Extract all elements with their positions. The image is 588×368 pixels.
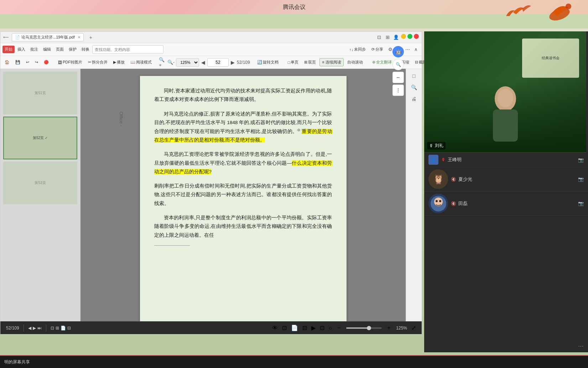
participant-row-tianlei[interactable]: 🔇 田磊 📷 ⋯: [424, 191, 588, 216]
full-translate-button[interactable]: ⊕ 全文翻译: [370, 58, 394, 66]
frame-icon[interactable]: ⊡: [51, 326, 54, 331]
nav-icons: ◀ ▶ ⏭: [28, 326, 42, 331]
maximize-button[interactable]: [407, 34, 412, 39]
participant-row-xiashaoguan[interactable]: 🦉 🔇 夏少光 📷: [424, 167, 588, 191]
page-thumbnail-next[interactable]: 第53页: [3, 162, 77, 204]
grid-icon[interactable]: ⊞: [384, 34, 391, 41]
sync-button[interactable]: ↑↓ 未同步: [347, 46, 368, 53]
share-bar: 明的屏幕共享: [0, 355, 588, 368]
mic-icon3: 🔇: [451, 201, 456, 206]
playback-button[interactable]: ▶ 播放: [111, 58, 127, 66]
more-icon[interactable]: ⋯: [404, 46, 411, 53]
minimize-button[interactable]: [401, 34, 406, 39]
translate-icon: ⊕: [372, 60, 375, 65]
edit-button[interactable]: 编辑: [41, 46, 53, 53]
new-tab-button[interactable]: +: [87, 33, 95, 42]
mark-button[interactable]: 🔴: [42, 59, 51, 66]
start-button[interactable]: 开始: [2, 46, 15, 53]
pdf-tab[interactable]: 📄 论马克思主义经济...19年版.pdf ✕: [12, 33, 84, 41]
tab-close-icon[interactable]: ✕: [78, 35, 80, 39]
next-nav-icon[interactable]: ▶: [33, 326, 36, 331]
bookmark-icon[interactable]: □: [411, 72, 417, 80]
top-banner: 腾讯会议: [0, 0, 588, 14]
mic-icon2: 🔇: [451, 177, 456, 182]
rotate-button[interactable]: 🔄 旋转文档: [255, 58, 281, 66]
pdf-content-area[interactable]: Office - 同时,资本家通过动用近代均劳动的技术来对提高实际工资起反作用的…: [80, 69, 406, 321]
zoom-thumb[interactable]: [367, 326, 371, 330]
next-page-button[interactable]: ▶: [230, 59, 235, 66]
read-mode-button[interactable]: 📖 阅读模式: [128, 58, 154, 66]
page-view-icon[interactable]: 📄: [61, 326, 66, 331]
share-button[interactable]: ⟳ 分享: [369, 46, 385, 53]
back-button[interactable]: ⟵: [3, 35, 9, 40]
zoom-select[interactable]: 125% 100% 75% 150%: [176, 58, 199, 67]
participant-icons3: 📷: [578, 201, 584, 206]
crop-icon[interactable]: ⊡: [320, 324, 324, 331]
status-bar: 52/109 ◀ ▶ ⏭ ⊡ ⊞ 📄 ⊟ 👁 ⊡ 📄 ⊟ ▶ ⊡ ○ －: [0, 321, 422, 334]
svg-point-4: [498, 89, 513, 107]
close-button[interactable]: [414, 34, 419, 39]
save-button[interactable]: 💾: [13, 59, 22, 66]
annotate-button[interactable]: 批注: [28, 46, 40, 53]
single-page-icon: □: [288, 60, 290, 65]
person-silhouette: [484, 81, 527, 152]
more-options-button[interactable]: ⋯: [578, 343, 584, 349]
page-icon[interactable]: 📄: [291, 324, 298, 331]
zoom-bar[interactable]: [346, 327, 382, 329]
participant-row-wangfengming[interactable]: 👤 🎙 王峰明 📷: [424, 153, 588, 167]
zoom-in-icon[interactable]: 🔍+: [159, 59, 166, 66]
right-panel: 经典读书会 🎙 刘礼 👤 🎙 王峰明 📷: [424, 31, 588, 352]
page-status-value: 52/109: [6, 326, 19, 331]
insert-button[interactable]: 插入: [15, 46, 27, 53]
user-icon[interactable]: 👤: [392, 34, 400, 41]
zoom-in-sidebar-icon[interactable]: 🔍: [410, 83, 418, 92]
split-merge-button[interactable]: ✂ 拆分合并: [86, 58, 110, 66]
svg-point-1: [566, 4, 571, 9]
home-button[interactable]: 🏠: [2, 59, 12, 66]
prev-icon[interactable]: ◀: [28, 326, 31, 331]
prev-page-button[interactable]: ◀: [201, 59, 206, 66]
restore-icon[interactable]: ⊡: [375, 34, 383, 41]
page-footnote-line: [154, 245, 190, 246]
toolbar-row2: 🏠 💾 ↩ ↪ 🔴 🖼 PDF转图片 ✂ 拆分合并 ▶ 播放 📖 阅读模式 🔍+…: [0, 56, 422, 69]
play-status-icon[interactable]: ▶: [311, 324, 316, 331]
pdf-page: Office - 同时,资本家通过动用近代均劳动的技术来对提高实际工资起反作用的…: [140, 76, 347, 321]
view-icons: ⊡ ⊞ 📄 ⊟: [51, 326, 71, 331]
liu-li-video: 经典读书会 🎙 刘礼: [424, 31, 586, 153]
participant-name-xiashaoguan: 夏少光: [458, 176, 575, 183]
pdf-to-img-button[interactable]: 🖼 PDF转图片: [56, 58, 84, 66]
translate-sidebar-icon[interactable]: ↔: [392, 72, 404, 83]
left-sidebar[interactable]: 第51页 第52页 ✓ 第53页: [0, 69, 80, 321]
auto-scroll-button[interactable]: 自动滚动: [345, 58, 365, 66]
pdf-right-sidebar: □ 🔍 🖨 🤖 🔍 ↔ ⋮: [406, 69, 422, 321]
view-icon2[interactable]: ⊡: [282, 324, 287, 331]
zoom-level-display: 125%: [396, 326, 407, 331]
columns-icon[interactable]: ⊟: [302, 324, 307, 331]
convert-button[interactable]: 转换: [79, 46, 92, 53]
page-button[interactable]: 页面: [54, 46, 66, 53]
search-input[interactable]: [92, 45, 163, 54]
collapse-icon[interactable]: ∧: [412, 46, 420, 53]
zoom-sidebar-icon[interactable]: 🔍: [392, 69, 404, 70]
page-thumbnail[interactable]: 第51页: [3, 72, 77, 114]
participant-name-wangfengming: 王峰明: [448, 157, 575, 163]
spread-icon[interactable]: ⊟: [67, 326, 71, 331]
eye-icon[interactable]: 👁: [272, 325, 278, 331]
fit-icon[interactable]: ⊞: [56, 326, 59, 331]
zoom-minus-button[interactable]: －: [336, 324, 342, 332]
print-icon[interactable]: 🖨: [410, 94, 418, 103]
zoom-plus-button[interactable]: ＋: [386, 324, 392, 332]
circle-icon[interactable]: ○: [329, 325, 332, 331]
page-thumbnail-active[interactable]: 第52页 ✓: [3, 117, 77, 159]
redo-button[interactable]: ↪: [33, 59, 40, 66]
protect-button[interactable]: 保护: [67, 46, 79, 53]
single-page-button[interactable]: □ 单页: [286, 58, 301, 66]
zoom-out-icon[interactable]: 🔍-: [167, 59, 175, 66]
sidebar-more-icon[interactable]: ⋮: [392, 85, 404, 96]
undo-button[interactable]: ↩: [24, 59, 31, 66]
last-icon[interactable]: ⏭: [37, 326, 42, 331]
dual-page-button[interactable]: ⊞ 双页: [302, 58, 318, 66]
page-input[interactable]: [207, 58, 229, 67]
continuous-button[interactable]: ≡ 连续阅读: [319, 58, 343, 66]
fullscreen-icon[interactable]: ⤢: [411, 324, 416, 331]
